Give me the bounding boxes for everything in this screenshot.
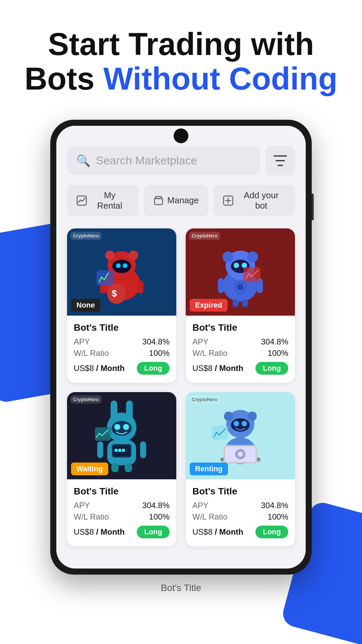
svg-point-48 — [247, 412, 257, 421]
bot-info-1: Bot's Title APY 304.8% W/L Ratio 100% US… — [67, 316, 176, 383]
search-row: 🔍 Search Marketplace — [67, 146, 295, 175]
rental-icon — [76, 195, 87, 206]
filter-icon — [274, 155, 287, 167]
phone-camera — [174, 128, 188, 143]
svg-rect-42 — [140, 441, 146, 458]
bot-grid: CryptoHero — [67, 228, 295, 546]
bot-badge-4: Renting — [190, 463, 228, 475]
bot-info-4: Bot's Title APY 304.8% W/L Ratio 100% US… — [186, 479, 295, 546]
bot-title-3: Bot's Title — [74, 486, 170, 497]
apy-value-2: 304.8% — [261, 337, 288, 346]
bot-type-2: Long — [255, 362, 288, 375]
phone-frame: 🔍 Search Marketplace — [50, 120, 312, 575]
svg-rect-44 — [125, 463, 132, 472]
bot-card-3[interactable]: CryptoHero — [67, 392, 176, 546]
wl-value-4: 100% — [268, 512, 288, 522]
manage-button[interactable]: Manage — [144, 185, 208, 216]
bot-image-1: CryptoHero — [67, 228, 176, 316]
search-icon: 🔍 — [76, 154, 90, 167]
search-placeholder-text: Search Marketplace — [96, 154, 197, 167]
svg-point-25 — [236, 283, 244, 291]
my-rental-button[interactable]: My Rental — [67, 185, 138, 216]
bot-info-2: Bot's Title APY 304.8% W/L Ratio 100% US… — [186, 316, 295, 383]
bottom-tab-label: Bot's Title — [161, 583, 201, 593]
svg-rect-28 — [233, 300, 239, 307]
bot-image-2: CryptoHero — [186, 228, 295, 316]
bot-badge-2: Expired — [190, 299, 228, 312]
bot-apy-row-3: APY 304.8% — [74, 501, 170, 510]
wl-label-1: W/L Ratio — [74, 348, 109, 358]
robot-svg-4 — [208, 399, 272, 473]
hero-line1: Start Trading with — [48, 26, 314, 62]
cryptohero-logo-4: CryptoHero — [189, 395, 220, 404]
bot-wl-row-4: W/L Ratio 100% — [192, 512, 288, 522]
apy-value-3: 304.8% — [142, 501, 170, 510]
wl-label-4: W/L Ratio — [192, 512, 227, 522]
search-bar[interactable]: 🔍 Search Marketplace — [67, 147, 260, 175]
bot-wl-row-1: W/L Ratio 100% — [74, 348, 170, 358]
svg-point-20 — [247, 252, 258, 262]
bot-price-row-3: US$8 / Month Long — [74, 526, 170, 538]
bot-price-row-1: US$8 / Month Long — [74, 362, 170, 375]
cryptohero-logo-3: CryptoHero — [70, 395, 102, 404]
bot-title-4: Bot's Title — [192, 486, 288, 497]
wl-label-2: W/L Ratio — [192, 348, 227, 358]
svg-point-10 — [116, 263, 121, 268]
add-bot-button[interactable]: Add your bot — [214, 185, 295, 216]
svg-rect-29 — [242, 300, 248, 307]
svg-point-51 — [242, 421, 247, 426]
svg-rect-1 — [155, 199, 163, 205]
svg-point-9 — [112, 260, 131, 273]
hero-section: Start Trading with Bots Without Coding — [0, 0, 362, 110]
apy-label-4: APY — [192, 501, 208, 510]
apy-label-1: APY — [74, 337, 90, 346]
bot-price-1: US$8 / Month — [74, 364, 125, 373]
wl-value-1: 100% — [149, 348, 170, 358]
bot-card-1[interactable]: CryptoHero — [67, 228, 176, 383]
apy-value-4: 304.8% — [261, 501, 288, 510]
bot-type-3: Long — [137, 526, 170, 538]
bot-image-4: CryptoHero — [186, 392, 295, 479]
svg-rect-30 — [244, 267, 260, 282]
bot-price-row-4: US$8 / Month Long — [192, 526, 288, 538]
phone-screen: 🔍 Search Marketplace — [56, 126, 306, 569]
svg-point-7 — [105, 251, 115, 260]
bot-price-3: US$8 / Month — [74, 527, 125, 537]
cryptohero-logo-1: CryptoHero — [70, 232, 102, 240]
bot-wl-row-3: W/L Ratio 100% — [74, 512, 170, 522]
bot-info-3: Bot's Title APY 304.8% W/L Ratio 100% US… — [67, 479, 176, 546]
filter-button[interactable] — [265, 146, 295, 175]
wl-value-3: 100% — [149, 512, 170, 522]
bot-type-4: Long — [255, 526, 288, 538]
apy-label-2: APY — [192, 337, 208, 346]
bot-type-1: Long — [137, 362, 170, 375]
bot-title-1: Bot's Title — [74, 322, 170, 333]
bot-apy-row-2: APY 304.8% — [192, 337, 288, 346]
svg-point-36 — [123, 424, 129, 430]
bot-badge-3: Waiting — [71, 463, 108, 475]
bot-badge-1: None — [71, 299, 100, 312]
svg-point-47 — [224, 412, 233, 421]
app-content: 🔍 Search Marketplace — [56, 146, 306, 560]
bot-price-4: US$8 / Month — [192, 527, 243, 537]
svg-point-35 — [114, 424, 120, 430]
manage-icon — [153, 195, 164, 206]
bot-price-2: US$8 / Month — [192, 364, 243, 373]
bot-title-2: Bot's Title — [192, 322, 288, 333]
svg-point-50 — [234, 421, 239, 426]
svg-rect-43 — [111, 463, 119, 472]
bot-image-3: CryptoHero — [67, 392, 176, 479]
svg-rect-26 — [218, 278, 224, 293]
bot-card-2[interactable]: CryptoHero — [186, 228, 295, 383]
apy-label-3: APY — [74, 501, 90, 510]
svg-text:$: $ — [112, 288, 117, 299]
svg-point-11 — [123, 263, 127, 268]
svg-point-19 — [223, 252, 233, 262]
phone-mockup: 🔍 Search Marketplace — [0, 120, 362, 575]
svg-text:■■■: ■■■ — [114, 447, 125, 453]
bot-card-4[interactable]: CryptoHero — [186, 392, 295, 546]
phone-side-button — [312, 194, 314, 220]
bot-apy-row-4: APY 304.8% — [192, 501, 288, 510]
svg-rect-58 — [212, 426, 228, 440]
hero-line2-plain: Bots — [24, 61, 103, 96]
